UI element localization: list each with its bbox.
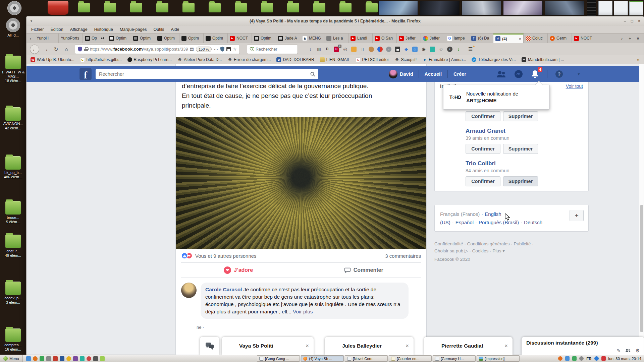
profile-link[interactable]: David [389, 70, 419, 78]
bookmark-item[interactable]: Web Upd8: Ubuntu... [31, 57, 74, 62]
avatar[interactable] [440, 127, 461, 148]
cd-disc-icon[interactable] [7, 1, 21, 15]
applications-menu-button[interactable]: Menu [0, 355, 23, 362]
chat-close-icon[interactable]: × [406, 343, 409, 349]
tracking-shield-icon[interactable] [78, 47, 82, 52]
taskbar-window-button[interactable]: [Courrier en... [389, 355, 432, 362]
scrollbar-thumb[interactable] [640, 205, 643, 332]
language-link[interactable]: Deutsch [524, 220, 542, 225]
browser-tab[interactable]: lampe × [445, 34, 469, 43]
browser-tab[interactable]: Germ × [548, 34, 572, 43]
add-language-button[interactable]: + [570, 210, 584, 221]
menu-item[interactable]: Outils [154, 27, 164, 32]
friend-requests-icon[interactable] [496, 70, 506, 78]
bookmarks-overflow-icon[interactable]: » [637, 57, 640, 62]
chat-tab[interactable]: Jules Balleydier × [325, 337, 414, 355]
browser-tab[interactable]: Op × [83, 34, 107, 43]
notifications-bell-icon[interactable]: 4 [531, 70, 539, 78]
red-archive-icon[interactable] [48, 1, 68, 15]
confirm-button[interactable]: Confirmer [466, 144, 500, 154]
zoom-level-badge[interactable]: 150 % [196, 47, 212, 52]
desktop-icon[interactable]: compres... 16 élém... [0, 328, 26, 352]
photo-thumbnail[interactable] [503, 1, 543, 15]
confirm-button[interactable]: Confirmer [466, 176, 500, 186]
comment-button[interactable]: Commenter [301, 267, 427, 274]
desktop-icon[interactable]: All_d... [0, 18, 26, 38]
reload-button[interactable]: ↻ [52, 46, 60, 52]
search-bar[interactable] [247, 45, 298, 54]
menu-item[interactable]: Fichier [31, 27, 44, 32]
menu-item[interactable]: Aide [171, 27, 179, 32]
like-reaction-icon[interactable] [181, 252, 188, 259]
url-bar[interactable]: https://www.facebook.com/vaya.sbpoliti/p… [75, 45, 240, 54]
bookmark-item[interactable]: DAD_DOLIBARR [276, 57, 314, 62]
delete-button[interactable]: Supprimer [503, 176, 538, 186]
scroll-tabs-left-icon[interactable]: ‹ [26, 34, 35, 43]
home-button[interactable]: ⌂ [62, 46, 70, 52]
window-titlebar[interactable]: ▼ (4) Vaya Sb Politi - Ma vie aux temps … [26, 16, 644, 26]
panel-icon[interactable] [629, 1, 643, 15]
back-button[interactable]: ← [30, 45, 39, 54]
bookmark-star-icon[interactable]: ☆ [233, 47, 237, 52]
panel-icon[interactable] [614, 1, 628, 15]
scroll-tabs-right-icon[interactable]: › [618, 36, 626, 41]
footer-links-line1[interactable]: Confidentialité · Conditions générales ·… [434, 240, 589, 247]
chat-close-icon[interactable]: × [504, 343, 508, 349]
maximize-icon[interactable]: □ [631, 19, 633, 23]
permissions-shield-icon[interactable] [220, 47, 224, 52]
browser-tab[interactable]: Optim × [107, 34, 131, 43]
lock-icon[interactable] [84, 47, 88, 51]
avatar[interactable] [181, 283, 197, 298]
chat-settings-icon[interactable]: ⚙ [635, 348, 640, 353]
messenger-icon[interactable] [514, 70, 523, 78]
instant-chat-bar[interactable]: Discussion instantanée (299) ✎ ⚙ [522, 337, 644, 355]
browser-tab[interactable]: Coluc × [524, 34, 548, 43]
desktop-icon[interactable]: AVIGNON... 42 élém... [0, 107, 26, 130]
comments-count[interactable]: 3 commentaires [385, 253, 421, 259]
browser-tab[interactable]: YunoPorts × [59, 34, 83, 43]
page-scrollbar[interactable] [639, 64, 644, 355]
browser-tab[interactable]: Optim × [179, 34, 204, 43]
bookmark-item[interactable]: PETSCII editor [356, 57, 389, 62]
see-all-link[interactable]: Voir tout [566, 83, 583, 89]
chat-tab[interactable]: Vaya Sb Politi × [222, 337, 314, 355]
bookmark-item[interactable]: Mandelbulb.com | ... [522, 57, 564, 62]
facebook-logo[interactable]: f [79, 68, 92, 80]
photo-thumbnail[interactable] [420, 1, 460, 15]
forward-button[interactable]: → [42, 46, 50, 52]
browser-tab[interactable]: Jeffer × [397, 34, 421, 43]
menu-item[interactable]: Édition [51, 27, 63, 32]
see-more-link[interactable]: Voir plus [293, 309, 313, 314]
photo-thumbnail[interactable] [462, 1, 501, 15]
facebook-search-input[interactable] [99, 71, 310, 77]
bookmark-item[interactable]: Téléchargez des Vi... [472, 57, 516, 62]
search-input[interactable] [256, 47, 295, 52]
tab-audio-icon[interactable] [101, 37, 105, 40]
browser-tab[interactable]: YunoH × [35, 34, 59, 43]
taskbar-window-button[interactable]: [Gong Gong ... [257, 355, 300, 362]
close-window-icon[interactable]: × [638, 19, 640, 23]
menu-item[interactable]: Historique [94, 27, 113, 32]
browser-tab[interactable]: Optim × [155, 34, 179, 43]
reader-mode-icon[interactable]: ▤ [190, 47, 194, 52]
browser-tab[interactable]: Jade A × [276, 34, 300, 43]
bookmark-item[interactable]: Raspberry Pi Learn... [127, 57, 172, 62]
browser-tab[interactable]: Les a × [324, 34, 348, 43]
facebook-search[interactable] [96, 69, 318, 79]
desktop-icon[interactable]: bk_up_b... 486 élém... [0, 156, 26, 179]
post-image[interactable] [176, 117, 426, 249]
browser-tab[interactable]: NOCT × [572, 34, 596, 43]
love-button[interactable]: ❤ J’adore [176, 266, 301, 274]
menu-item[interactable]: Marque-pages [120, 27, 147, 32]
language-link[interactable]: Português (Brasil) [479, 220, 519, 225]
save-page-icon[interactable] [226, 47, 231, 51]
taskbar-window-button[interactable]: [impression] [477, 355, 520, 362]
browser-tab[interactable]: Jeffer × [421, 34, 445, 43]
bookmark-item[interactable]: LIEN_GMAIL [320, 57, 350, 62]
tab-close-icon[interactable]: × [519, 36, 521, 41]
desktop-icon[interactable]: 1_WATT_W & MAS... 18 élém... [0, 56, 26, 83]
bookmark-item[interactable]: Erreur de chargem... [227, 57, 271, 62]
delete-button[interactable]: Supprimer [503, 144, 538, 154]
window-menu-icon[interactable]: ▼ [30, 19, 33, 23]
friend-name[interactable]: Trio Colibri [466, 160, 583, 167]
